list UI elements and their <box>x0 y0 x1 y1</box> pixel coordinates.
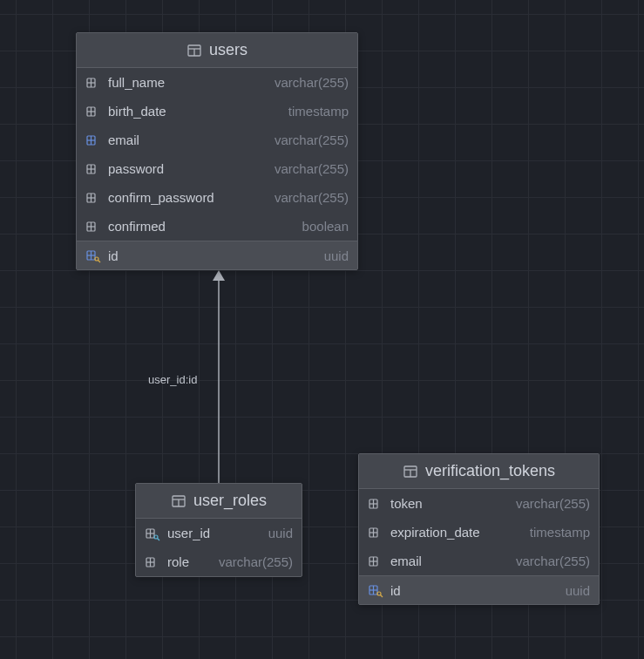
table-title: user_roles <box>193 492 267 510</box>
column-icon <box>85 190 101 206</box>
svg-marker-1 <box>213 270 225 281</box>
column-icon <box>85 219 101 234</box>
svg-line-27 <box>98 261 101 263</box>
table-header[interactable]: verification_tokens <box>359 454 599 489</box>
column-name: role <box>167 554 189 569</box>
table-users[interactable]: users full_name varchar(255) birth_date … <box>76 32 358 270</box>
column-type: varchar(255) <box>516 554 590 568</box>
svg-point-34 <box>154 535 158 539</box>
primary-key-icon <box>368 582 383 598</box>
diagram-canvas[interactable]: user_id:id users full_name varchar(255) … <box>0 0 644 659</box>
table-column[interactable]: token varchar(255) <box>359 489 599 518</box>
column-name: id <box>390 583 401 598</box>
column-icon <box>368 554 383 569</box>
table-title: users <box>209 41 247 59</box>
table-column[interactable]: expiration_date timestamp <box>359 518 599 547</box>
column-icon <box>368 525 383 540</box>
column-type: varchar(255) <box>275 190 349 205</box>
svg-point-54 <box>377 592 381 595</box>
table-icon <box>171 493 186 509</box>
column-type: uuid <box>566 583 590 598</box>
svg-line-35 <box>158 538 160 540</box>
column-name: email <box>390 554 422 568</box>
column-name: birth_date <box>108 104 166 119</box>
table-column[interactable]: password varchar(255) <box>77 154 357 183</box>
column-type: varchar(255) <box>275 132 349 147</box>
column-icon <box>145 554 160 570</box>
table-header[interactable]: users <box>77 33 357 68</box>
column-name: email <box>108 132 139 147</box>
column-name: user_id <box>167 526 210 540</box>
column-name: expiration_date <box>390 525 480 540</box>
relationship-label: user_id:id <box>148 373 197 386</box>
column-name: token <box>390 496 423 511</box>
column-name: password <box>108 161 164 176</box>
table-verification-tokens[interactable]: verification_tokens token varchar(255) e… <box>358 453 600 605</box>
table-column[interactable]: user_id uuid <box>136 519 302 547</box>
column-type: timestamp <box>530 525 590 540</box>
table-column[interactable]: role varchar(255) <box>136 547 302 576</box>
column-type: uuid <box>268 526 293 540</box>
column-name: id <box>108 248 119 263</box>
column-name: confirmed <box>108 219 166 234</box>
relationship-line[interactable] <box>212 270 226 486</box>
table-column[interactable]: confirmed boolean <box>77 212 357 241</box>
table-user-roles[interactable]: user_roles user_id uuid role varchar(255… <box>135 483 302 577</box>
table-icon <box>186 43 202 58</box>
table-icon <box>403 464 418 479</box>
table-title: verification_tokens <box>425 462 555 480</box>
table-column[interactable]: id uuid <box>77 241 357 269</box>
column-type: timestamp <box>288 104 349 119</box>
column-icon <box>85 104 101 119</box>
table-column[interactable]: id uuid <box>359 575 599 604</box>
primary-key-icon <box>85 248 101 263</box>
table-column[interactable]: email varchar(255) <box>77 126 357 154</box>
column-icon <box>368 496 383 512</box>
column-name: full_name <box>108 75 165 90</box>
column-type: varchar(255) <box>219 554 293 569</box>
column-type: varchar(255) <box>516 496 590 511</box>
column-type: varchar(255) <box>275 161 349 176</box>
table-header[interactable]: user_roles <box>136 484 302 519</box>
table-column[interactable]: confirm_password varchar(255) <box>77 183 357 212</box>
table-column[interactable]: birth_date timestamp <box>77 97 357 126</box>
column-type: uuid <box>324 248 349 263</box>
table-column[interactable]: full_name varchar(255) <box>77 68 357 97</box>
column-name: confirm_password <box>108 190 214 205</box>
svg-point-26 <box>95 257 98 261</box>
svg-line-55 <box>381 595 383 598</box>
foreign-key-icon <box>145 526 160 541</box>
column-type: varchar(255) <box>275 75 349 90</box>
column-icon <box>85 75 101 91</box>
column-type: boolean <box>302 219 349 234</box>
table-column[interactable]: email varchar(255) <box>359 547 599 575</box>
indexed-column-icon <box>85 132 101 148</box>
column-icon <box>85 161 101 177</box>
